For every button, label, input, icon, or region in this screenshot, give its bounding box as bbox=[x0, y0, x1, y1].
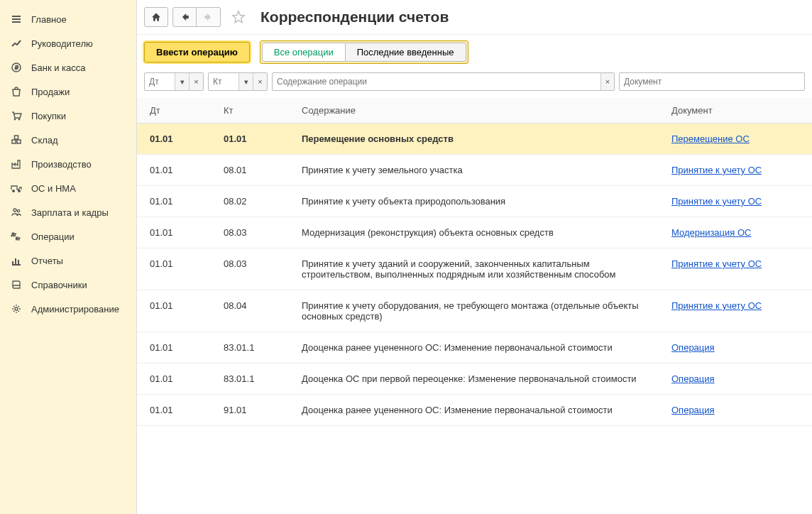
table-row[interactable]: 01.0191.01Дооценка ранее уцененного ОС: … bbox=[137, 395, 812, 426]
home-icon bbox=[151, 12, 161, 22]
svg-point-3 bbox=[18, 119, 20, 120]
doc-link[interactable]: Принятие к учету ОС bbox=[671, 165, 762, 175]
chart-icon bbox=[10, 254, 23, 267]
doc-link[interactable]: Модернизация ОС bbox=[671, 227, 751, 238]
sidebar-item-8[interactable]: Зарплата и кадры bbox=[0, 200, 136, 224]
filter-dt-dropdown[interactable]: ▾ bbox=[175, 73, 189, 90]
table-row[interactable]: 01.0101.01Перемещение основных средствПе… bbox=[137, 124, 812, 155]
sidebar-item-6[interactable]: Производство bbox=[0, 152, 136, 176]
sidebar-item-4[interactable]: Покупки bbox=[0, 104, 136, 128]
svg-text:Кт: Кт bbox=[16, 236, 20, 241]
filter-doc-input[interactable] bbox=[620, 73, 804, 90]
arrow-left-icon bbox=[180, 12, 190, 22]
arrow-right-icon bbox=[204, 12, 214, 22]
cell-dt: 01.01 bbox=[137, 155, 215, 186]
filter-row: ▾ × ▾ × × bbox=[137, 70, 812, 98]
table-row[interactable]: 01.0108.04Принятие к учету оборудования,… bbox=[137, 290, 812, 332]
filter-kt-dropdown[interactable]: ▾ bbox=[238, 73, 253, 90]
sidebar-item-2[interactable]: ₽Банк и касса bbox=[0, 55, 136, 80]
doc-link[interactable]: Принятие к учету ОС bbox=[671, 300, 762, 311]
doc-link[interactable]: Принятие к учету ОС bbox=[671, 196, 762, 207]
dtkt-icon: ДтКт bbox=[10, 230, 23, 243]
svg-rect-4 bbox=[12, 140, 16, 143]
filter-dt-wrap: ▾ × bbox=[144, 72, 204, 91]
sidebar-item-label: Администрирование bbox=[31, 304, 119, 315]
enter-operation-button[interactable]: Ввести операцию bbox=[144, 42, 250, 62]
sidebar-item-11[interactable]: Справочники bbox=[0, 273, 136, 297]
factory-icon bbox=[10, 158, 23, 170]
doc-link[interactable]: Перемещение ОС bbox=[671, 133, 750, 144]
cell-kt: 91.01 bbox=[215, 395, 293, 426]
correspondence-table: Дт Кт Содержание Документ 01.0101.01Пере… bbox=[137, 98, 812, 426]
filter-kt-input[interactable] bbox=[209, 73, 238, 90]
col-header-content[interactable]: Содержание bbox=[293, 98, 663, 124]
sidebar: ГлавноеРуководителю₽Банк и кассаПродажиП… bbox=[0, 0, 137, 514]
sidebar-item-label: ОС и НМА bbox=[31, 183, 76, 194]
cell-kt: 08.03 bbox=[215, 217, 293, 248]
ruble-icon: ₽ bbox=[10, 61, 23, 74]
cell-content: Дооценка ранее уцененного ОС: Изменение … bbox=[293, 332, 663, 363]
cell-dt: 01.01 bbox=[137, 217, 215, 248]
sidebar-item-1[interactable]: Руководителю bbox=[0, 31, 136, 55]
toolbar: Ввести операцию Все операции Последние в… bbox=[137, 35, 812, 70]
cell-content: Принятие к учету земельного участка bbox=[293, 155, 663, 186]
favorite-button[interactable] bbox=[228, 7, 249, 27]
back-button[interactable] bbox=[172, 7, 197, 27]
sidebar-item-0[interactable]: Главное bbox=[0, 7, 136, 31]
sidebar-item-7[interactable]: ОС и НМА bbox=[0, 176, 136, 200]
cell-kt: 08.01 bbox=[215, 155, 293, 186]
sidebar-item-label: Руководителю bbox=[31, 38, 93, 49]
svg-point-10 bbox=[17, 209, 19, 212]
svg-point-13 bbox=[15, 307, 18, 310]
sidebar-item-3[interactable]: Продажи bbox=[0, 80, 136, 104]
cell-doc: Перемещение ОС bbox=[663, 124, 812, 155]
sidebar-item-9[interactable]: ДтКтОперации bbox=[0, 224, 136, 248]
table-row[interactable]: 01.0108.03Принятие к учету зданий и соор… bbox=[137, 248, 812, 290]
table-wrap[interactable]: Дт Кт Содержание Документ 01.0101.01Пере… bbox=[137, 98, 812, 514]
filter-content-clear[interactable]: × bbox=[600, 73, 614, 90]
svg-point-7 bbox=[13, 190, 15, 192]
svg-point-8 bbox=[18, 190, 21, 192]
sidebar-item-label: Справочники bbox=[31, 280, 87, 290]
filter-dt-clear[interactable]: × bbox=[189, 73, 203, 90]
filter-dt-input[interactable] bbox=[145, 73, 175, 90]
col-header-kt[interactable]: Кт bbox=[215, 98, 293, 124]
table-body: 01.0101.01Перемещение основных средствПе… bbox=[137, 124, 812, 426]
table-row[interactable]: 01.0108.01Принятие к учету земельного уч… bbox=[137, 155, 812, 186]
sidebar-item-10[interactable]: Отчеты bbox=[0, 248, 136, 273]
home-button[interactable] bbox=[144, 7, 168, 27]
forward-button[interactable] bbox=[197, 7, 221, 27]
cell-dt: 01.01 bbox=[137, 186, 215, 217]
cell-dt: 01.01 bbox=[137, 395, 215, 426]
table-row[interactable]: 01.0108.02Принятие к учету объекта приро… bbox=[137, 186, 812, 217]
titlebar: Корреспонденции счетов bbox=[137, 0, 812, 35]
sidebar-item-label: Главное bbox=[31, 14, 67, 25]
sidebar-item-12[interactable]: Администрирование bbox=[0, 297, 136, 321]
doc-link[interactable]: Операция bbox=[671, 405, 715, 415]
cell-doc: Принятие к учету ОС bbox=[663, 290, 812, 332]
svg-point-9 bbox=[13, 209, 16, 212]
cell-doc: Принятие к учету ОС bbox=[663, 248, 812, 290]
col-header-dt[interactable]: Дт bbox=[137, 98, 215, 124]
cell-dt: 01.01 bbox=[137, 248, 215, 290]
filter-kt-clear[interactable]: × bbox=[253, 73, 267, 90]
toggle-recent-operations[interactable]: Последние введенные bbox=[346, 43, 466, 62]
table-row[interactable]: 01.0108.03Модернизация (реконструкция) о… bbox=[137, 217, 812, 248]
doc-link[interactable]: Принятие к учету ОС bbox=[671, 258, 762, 269]
toggle-all-operations[interactable]: Все операции bbox=[262, 43, 346, 62]
filter-content-input[interactable] bbox=[273, 73, 600, 90]
cell-content: Перемещение основных средств bbox=[293, 124, 663, 155]
cell-content: Принятие к учету зданий и сооружений, за… bbox=[293, 248, 663, 290]
col-header-doc[interactable]: Документ bbox=[663, 98, 812, 124]
hamburger-icon bbox=[10, 13, 23, 26]
cell-kt: 08.04 bbox=[215, 290, 293, 332]
cell-kt: 83.01.1 bbox=[215, 332, 293, 363]
sidebar-item-label: Производство bbox=[31, 159, 92, 170]
sidebar-item-5[interactable]: Склад bbox=[0, 128, 136, 152]
trend-icon bbox=[10, 37, 23, 50]
doc-link[interactable]: Операция bbox=[671, 373, 715, 384]
table-row[interactable]: 01.0183.01.1Дооценка ОС при первой перео… bbox=[137, 363, 812, 395]
sidebar-item-label: Продажи bbox=[31, 87, 70, 97]
doc-link[interactable]: Операция bbox=[671, 342, 715, 353]
table-row[interactable]: 01.0183.01.1Дооценка ранее уцененного ОС… bbox=[137, 332, 812, 363]
